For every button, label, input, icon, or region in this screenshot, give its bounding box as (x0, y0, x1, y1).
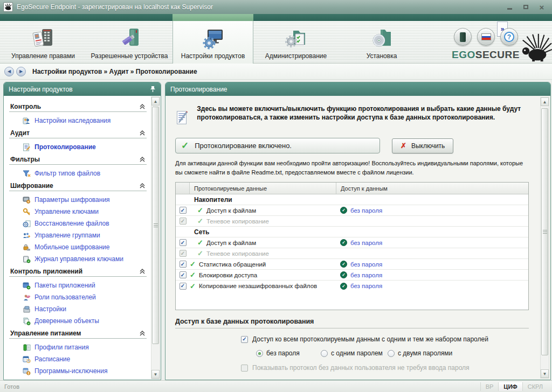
radio-one-password[interactable]: с одним паролем (321, 349, 388, 357)
main-title: Протоколирование (170, 86, 227, 93)
row-checkbox[interactable]: ✓ (180, 239, 187, 246)
sidebar-item-encryption-params[interactable]: Параметры шифрования (9, 194, 147, 206)
scroll-down-icon[interactable]: ▼ (151, 370, 160, 379)
breadcrumb: Настройки продуктов » Аудит » Протоколир… (32, 68, 197, 75)
close-icon[interactable]: × (538, 3, 546, 11)
sidebar-item-key-management[interactable]: Управление ключами (9, 206, 147, 218)
access-link[interactable]: без пароля (350, 240, 382, 246)
collapse-icon[interactable] (139, 269, 146, 274)
sidebar-item-app-packages[interactable]: Пакеты приложений (9, 279, 147, 291)
db-access-heading: Доступ к базе данных протоколирования (175, 318, 529, 328)
show-without-userdata-label: Показывать протокол без данных пользоват… (252, 364, 470, 372)
table-row: ✓ ✓Блокировки доступа ✓без пароля (176, 270, 528, 281)
sidebar-item-schedule[interactable]: Расписание (9, 353, 147, 365)
sidebar-section-control[interactable]: Контроль (9, 100, 147, 111)
radio-two-passwords[interactable]: с двумя паролями (388, 349, 452, 357)
sidebar-item-label: Пакеты приложений (34, 282, 95, 289)
mobile-lock-icon (22, 243, 31, 251)
restore-icon[interactable] (522, 3, 529, 11)
scrollbar-thumb[interactable] (541, 108, 548, 355)
scroll-up-icon[interactable]: ▲ (151, 97, 160, 106)
access-link[interactable]: без пароля (350, 207, 382, 214)
sidebar-item-inheritance-settings[interactable]: Настройки наследования (9, 115, 147, 127)
power-profile-icon (22, 343, 31, 352)
radio-label: с одним паролем (331, 349, 383, 357)
sidebar-item-power-profiles[interactable]: Профили питания (9, 341, 147, 353)
forward-icon[interactable]: ▶ (16, 67, 26, 76)
sidebar-item-settings[interactable]: Настройки (9, 303, 147, 315)
collapse-icon[interactable] (139, 104, 146, 109)
description-text: Здесь вы можете включить/выключить функц… (197, 104, 529, 131)
same-passwords-label: Доступ ко всем протоколируемым данным с … (252, 335, 488, 343)
sidebar-section-audit[interactable]: Аудит (9, 127, 147, 138)
sidebar-item-label: Расписание (34, 355, 70, 363)
row-checkbox[interactable]: ✓ (180, 283, 187, 290)
row-label: Доступ к файлам (206, 240, 256, 246)
collapse-icon[interactable] (139, 331, 146, 336)
sidebar-item-label: Параметры шифрования (34, 196, 110, 204)
sidebar-item-group-management[interactable]: Управление группами (9, 229, 147, 241)
radio-label: с двумя паролями (398, 349, 452, 357)
sidebar-section-power[interactable]: Управление питанием (9, 327, 147, 338)
tab-installation[interactable]: Установка (339, 21, 425, 64)
roles-icon (22, 293, 31, 302)
disable-button[interactable]: ✗ Выключить (392, 138, 453, 153)
enabled-check-icon: ✓ (197, 239, 203, 247)
scroll-down-icon[interactable]: ▼ (541, 369, 549, 378)
sidebar-item-label: Роли пользователей (34, 293, 96, 301)
row-checkbox[interactable]: ✓ (180, 207, 187, 214)
main-scrollbar[interactable]: ▲ ▼ (540, 97, 549, 379)
tab-administration[interactable]: Администрирование (253, 21, 339, 64)
sidebar-item-label: Настройки наследования (34, 117, 111, 124)
scrollbar-thumb[interactable] (152, 107, 159, 344)
sidebar-section-encryption[interactable]: Шифрование (9, 179, 147, 191)
sidebar-item-file-type-filter[interactable]: Фильтр типов файлов (9, 167, 147, 179)
server-icon[interactable] (454, 28, 472, 46)
access-link[interactable]: без пароля (350, 261, 382, 268)
tab-product-settings[interactable]: Настройки продуктов (172, 21, 253, 64)
sidebar-item-mobile-encryption[interactable]: Мобильное шифрование (9, 241, 147, 253)
scroll-up-icon[interactable]: ▲ (541, 97, 549, 106)
row-label: Теневое копирование (206, 218, 269, 225)
tab-permitted-devices[interactable]: Разрешенные устройства (86, 21, 172, 64)
collapse-icon[interactable] (139, 183, 146, 188)
sidebar-item-user-roles[interactable]: Роли пользователей (9, 291, 147, 303)
access-link[interactable]: без пароля (350, 283, 382, 289)
status-ready: Готов (4, 383, 19, 390)
gear-folder-icon (284, 25, 308, 50)
journal-icon (22, 255, 31, 263)
flag-ru-icon[interactable] (477, 28, 495, 46)
sidebar-item-program-exclusions[interactable]: Программы-исключения (9, 365, 147, 377)
sidebar-item-trusted-objects[interactable]: Доверенные объекты (9, 315, 147, 327)
pin-icon[interactable] (150, 86, 156, 93)
table-row: ✓ ✓Доступ к файлам ✓без пароля (176, 205, 528, 216)
access-link[interactable]: без пароля (350, 272, 382, 278)
checkbox-column-header (176, 183, 190, 194)
row-checkbox[interactable]: ✓ (180, 271, 187, 278)
sidebar-scrollbar[interactable]: ▲ ▼ (151, 96, 160, 379)
same-passwords-checkbox[interactable]: ✓ (241, 336, 248, 343)
sidebar-item-protocol[interactable]: Протоколирование (9, 141, 147, 153)
sidebar-item-file-recovery[interactable]: Восстановление файлов (9, 218, 147, 229)
selected-tab-accent (172, 14, 253, 21)
tab-rights-management[interactable]: Управление правами (0, 21, 86, 64)
section-title: Контроль приложений (10, 268, 82, 275)
tab-label: Управление правами (11, 52, 75, 60)
back-icon[interactable]: ◀ (4, 67, 14, 76)
collapse-icon[interactable] (139, 157, 146, 162)
collapse-icon[interactable] (139, 130, 146, 136)
row-checkbox[interactable]: ✓ (180, 261, 187, 268)
radio-no-password[interactable]: без пароля (256, 349, 321, 357)
section-title: Управление питанием (10, 330, 81, 337)
minimize-icon[interactable] (506, 3, 513, 11)
radio-label: без пароля (266, 349, 300, 357)
help-icon[interactable]: ? (500, 28, 518, 46)
keyboard-indicators: ВР ЦИФ СКРЛ (480, 382, 548, 391)
sidebar-section-filters[interactable]: Фильтры (9, 153, 147, 164)
sidebar-item-key-journal[interactable]: Журнал управления ключами (9, 253, 147, 265)
enabled-check-icon: ✓ (197, 249, 203, 257)
sidebar-section-app-control[interactable]: Контроль приложений (9, 265, 147, 276)
show-without-userdata-row: Показывать протокол без данных пользоват… (241, 364, 529, 372)
main-header: Протоколирование (165, 82, 550, 96)
protocol-table: Протоколируемые данные Доступ к данным Н… (175, 182, 529, 310)
